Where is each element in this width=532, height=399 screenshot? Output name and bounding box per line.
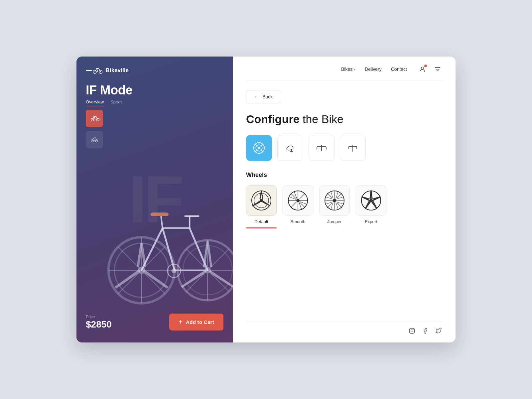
back-button[interactable]: ← Back [246,90,280,103]
filter-icon-button[interactable] [433,65,442,74]
wheel-options: Default [246,185,442,228]
config-cat-wheels[interactable] [246,135,272,161]
svg-point-31 [421,67,424,69]
wheel-label-smooth: Smooth [291,219,306,224]
svg-line-65 [300,201,307,204]
svg-point-5 [95,140,98,142]
svg-line-78 [326,197,333,199]
logo-name: Bikeville [106,67,129,73]
wheel-img-expert [356,185,386,216]
svg-line-27 [210,249,229,268]
config-cat-handlebar1[interactable] [309,135,334,161]
facebook-icon [422,328,428,334]
thumbnail-column [86,110,103,148]
logo-row: Bikeville [86,67,223,74]
nav-delivery-label: Delivery [365,66,382,72]
wheel-option-default[interactable]: Default [246,185,277,228]
instagram-icon [409,328,415,334]
tab-row: Overview Specs [86,99,223,106]
wheel-expert-svg [361,190,381,211]
main-content: ← Back Configure the Bike [246,81,442,322]
saddle-cat-icon [284,142,296,154]
svg-line-67 [299,202,302,209]
svg-point-30 [172,268,176,273]
svg-line-80 [331,192,333,199]
social-footer [246,322,442,342]
instagram-icon-button[interactable] [408,327,416,334]
user-icon-button[interactable] [418,65,427,74]
logo-bike-svg [93,67,102,74]
svg-line-84 [326,202,333,204]
nav-bikes[interactable]: Bikes ▾ [341,66,355,72]
config-cat-handlebar2[interactable] [340,135,366,161]
svg-line-45 [255,150,257,152]
wheel-option-smooth[interactable]: Smooth [283,185,313,228]
configure-title: Configure the Bike [246,113,442,126]
svg-line-43 [261,150,263,152]
wheels-cat-icon [253,142,265,154]
svg-line-66 [294,192,297,199]
svg-line-15 [143,247,165,268]
wheel-option-expert[interactable]: Expert [356,185,386,228]
svg-point-55 [296,199,300,202]
tab-specs[interactable]: Specs [110,99,122,106]
wheel-img-smooth [283,185,313,216]
svg-line-83 [336,192,338,199]
facebook-icon-button[interactable] [422,327,429,334]
svg-line-85 [331,202,333,209]
logo-line [86,70,92,71]
thumb-bike-2[interactable] [86,131,103,148]
wheel-label-default: Default [254,219,268,224]
nav-contact-label: Contact [391,66,407,72]
plus-icon: + [179,318,183,326]
notification-dot [424,65,427,67]
filter-icon [434,66,441,72]
svg-line-64 [289,197,296,200]
svg-point-37 [258,147,260,149]
configure-bold: Configure [246,113,300,125]
configure-light: the Bike [300,113,343,125]
thumb-bike-icon-2 [91,136,98,143]
svg-line-82 [336,197,343,199]
price-value: $2850 [86,319,112,330]
wheel-img-jumper [319,185,350,216]
wheel-option-jumper[interactable]: Jumper [319,185,350,228]
tab-overview[interactable]: Overview [86,99,104,106]
twitter-icon-button[interactable] [435,327,442,334]
nav-delivery[interactable]: Delivery [365,66,382,72]
app-container: IF Bikeville IF Mode Overview Specs [76,57,456,342]
wheel-img-default [246,185,277,216]
nav-icons [418,65,442,74]
back-arrow-icon: ← [254,94,259,100]
svg-rect-17 [151,212,169,216]
add-to-cart-label: Add to Cart [186,319,214,325]
svg-point-69 [333,199,336,202]
svg-rect-88 [410,329,415,333]
svg-line-42 [255,144,257,146]
wheel-label-jumper: Jumper [327,219,341,224]
wheel-label-expert: Expert [365,219,377,224]
add-to-cart-button[interactable]: + Add to Cart [169,314,223,331]
nav-contact[interactable]: Contact [391,66,407,72]
wheel-jumper-svg [324,190,345,211]
thumb-bike-1[interactable] [86,110,103,127]
wheel-default-svg [251,190,272,211]
chevron-down-icon: ▾ [354,67,355,71]
twitter-icon [436,328,442,334]
svg-line-81 [336,202,338,209]
logo-icon [86,67,102,74]
price-block: Price $2850 [86,315,112,330]
nav-bar: Bikes ▾ Delivery Contact [246,57,442,81]
svg-line-44 [261,144,263,146]
left-panel: IF Bikeville IF Mode Overview Specs [76,57,233,342]
nav-links: Bikes ▾ Delivery Contact [341,66,407,72]
svg-line-79 [336,202,343,204]
config-categories [246,135,442,161]
handlebar2-cat-icon [347,142,359,154]
wheel-smooth-svg [288,190,308,211]
svg-line-60 [291,194,296,199]
bike-image-area [96,170,233,309]
svg-point-4 [91,140,93,142]
back-label: Back [262,94,273,99]
config-cat-saddle[interactable] [277,135,303,161]
